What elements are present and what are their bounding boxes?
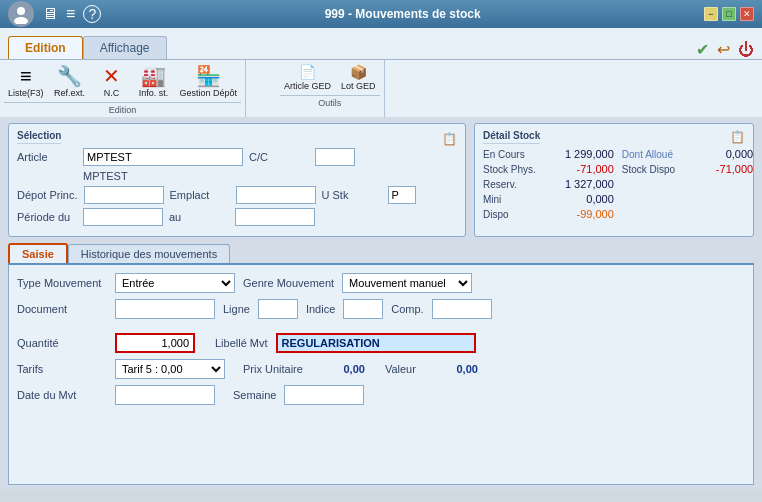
tab-saisie[interactable]: Saisie [8,243,68,263]
toolbar-groups: ≡ Liste(F3) 🔧 Ref.ext. ✕ N.C 🏭 Info. st.… [0,60,762,117]
comp-input[interactable] [432,299,492,319]
en-cours-value: 1 299,000 [544,148,614,160]
minimize-button[interactable]: − [704,7,718,21]
liste-button[interactable]: ≡ Liste(F3) [4,62,48,100]
nc-label: N.C [104,88,120,98]
date-row: Date du Mvt Semaine [17,385,745,405]
periode-input[interactable] [83,208,163,226]
stock-dispo-value: -71,000 [683,163,753,175]
cc-input[interactable] [315,148,355,166]
semaine-input[interactable] [284,385,364,405]
tab-edition[interactable]: Edition [8,36,83,59]
depot-label: Dépot Princ. [17,189,78,201]
valeur-label: Valeur [385,363,416,375]
reserv-value: 1 327,000 [544,178,614,190]
title-menu-icon2[interactable]: ≡ [66,5,75,23]
depot-row: Dépot Princ. Emplact U Stk [17,186,457,204]
ustk-input[interactable] [388,186,416,204]
article-input[interactable] [83,148,243,166]
document-row: Document Ligne Indice Comp. [17,299,745,319]
indice-input[interactable] [343,299,383,319]
type-mouvement-select[interactable]: Entrée [115,273,235,293]
detail-stock-grid: En Cours 1 299,000 Dont Alloué 0,000 Sto… [483,148,745,220]
stock-phys-value: -71,000 [544,163,614,175]
title-menu-icon[interactable]: 🖥 [42,5,58,23]
dont-alloue-value: 0,000 [683,148,753,160]
mouvement-row: Type Mouvement Entrée Genre Mouvement Mo… [17,273,745,293]
lot-ged-button[interactable]: 📦 Lot GED [337,62,380,93]
cc-label: C/C [249,151,309,163]
genre-mouvement-select[interactable]: Mouvement manuel [342,273,472,293]
selection-panel-title: Sélection [17,130,61,144]
nc-button[interactable]: ✕ N.C [92,62,132,100]
lot-ged-label: Lot GED [341,81,376,91]
toolbar-wrapper: ≡ Liste(F3) 🔧 Ref.ext. ✕ N.C 🏭 Info. st.… [0,60,762,117]
back-action-button[interactable]: ↩ [717,40,730,59]
refext-icon: 🔧 [57,64,82,88]
article-desc: MPTEST [83,170,128,182]
semaine-label: Semaine [233,389,276,401]
title-bar-left: 🖥 ≡ ? [8,1,101,27]
mini-label: Mini [483,194,536,205]
periode-row: Période du au [17,208,457,226]
en-cours-label: En Cours [483,149,536,160]
document-label: Document [17,303,107,315]
detail-stock-icon: 📋 [730,130,745,144]
main-tab-bar: Edition Affichage ✔ ↩ ⏻ [0,28,762,60]
emplact-input[interactable] [236,186,316,204]
main-content: Sélection 📋 Article C/C MPTEST Dépot Pri… [0,117,762,491]
gestion-depot-icon: 🏪 [196,64,221,88]
prix-unitaire-value: 0,00 [315,363,365,375]
stock-phys-label: Stock Phys. [483,164,536,175]
selection-panel-icon: 📋 [442,132,457,146]
stock-dispo-label: Stock Dispo [622,164,675,175]
outils-group-label: Outils [280,95,380,108]
selection-panel: Sélection 📋 Article C/C MPTEST Dépot Pri… [8,123,466,237]
maximize-button[interactable]: □ [722,7,736,21]
ligne-label: Ligne [223,303,250,315]
ustk-label: U Stk [322,189,382,201]
lot-ged-icon: 📦 [350,64,367,81]
tab-actions: ✔ ↩ ⏻ [696,40,754,59]
section-tabs: Saisie Historique des mouvements [8,243,754,265]
check-action-button[interactable]: ✔ [696,40,709,59]
power-action-button[interactable]: ⏻ [738,41,754,59]
infost-button[interactable]: 🏭 Info. st. [134,62,174,100]
refext-button[interactable]: 🔧 Ref.ext. [50,62,90,100]
libelle-input[interactable] [276,333,476,353]
dont-alloue-label: Dont Alloué [622,149,675,160]
article-ged-button[interactable]: 📄 Article GED [280,62,335,93]
tarifs-label: Tarifs [17,363,107,375]
window-title: 999 - Mouvements de stock [101,7,704,21]
detail-stock-title: Détail Stock [483,130,540,144]
infost-label: Info. st. [139,88,169,98]
svg-point-1 [14,17,28,24]
ligne-input[interactable] [258,299,298,319]
quantite-row: Quantité Libellé Mvt [17,333,745,353]
quantite-input[interactable] [115,333,195,353]
date-mvt-label: Date du Mvt [17,389,107,401]
svg-point-0 [17,7,25,15]
title-help-icon[interactable]: ? [83,5,101,23]
tarifs-select[interactable]: Tarif 5 : 0,00 [115,359,225,379]
au-input[interactable] [235,208,315,226]
tarifs-row: Tarifs Tarif 5 : 0,00 Prix Unitaire 0,00… [17,359,745,379]
au-label: au [169,211,229,223]
tab-affichage[interactable]: Affichage [83,36,167,59]
valeur-value: 0,00 [428,363,478,375]
close-button[interactable]: ✕ [740,7,754,21]
article-desc-row: MPTEST [17,170,457,182]
document-input[interactable] [115,299,215,319]
libelle-label: Libellé Mvt [215,337,268,349]
gestion-depot-button[interactable]: 🏪 Gestion Dépôt [176,62,242,100]
quantite-label: Quantité [17,337,107,349]
refext-label: Ref.ext. [54,88,85,98]
infost-icon: 🏭 [141,64,166,88]
nc-icon: ✕ [103,64,120,88]
article-row: Article C/C [17,148,457,166]
tab-historique[interactable]: Historique des mouvements [68,244,230,263]
title-bar: 🖥 ≡ ? 999 - Mouvements de stock − □ ✕ [0,0,762,28]
date-mvt-input[interactable] [115,385,215,405]
depot-input[interactable] [84,186,164,204]
genre-mouvement-label: Genre Mouvement [243,277,334,289]
